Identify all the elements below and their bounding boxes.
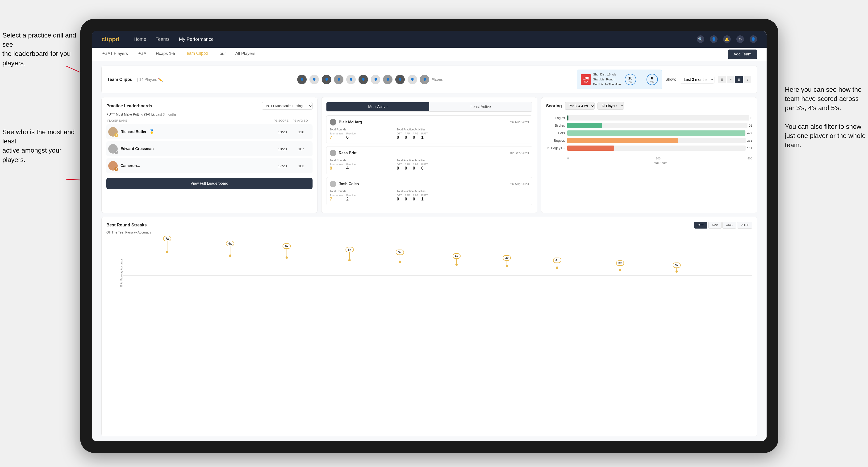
navbar-links: Home Teams My Performance	[134, 36, 697, 42]
ap-stats-2: Total Rounds Tournament 8 Practice 4	[330, 159, 529, 171]
bar-fill-eagles	[567, 115, 568, 121]
subnav-pgat[interactable]: PGAT Players	[101, 51, 128, 57]
bell-icon[interactable]: 🔔	[723, 35, 731, 43]
streak-btn-putt[interactable]: PUTT	[737, 222, 752, 228]
scoring-panel: Scoring Par 3, 4 & 5s All Players Eagles	[541, 97, 757, 213]
view-icon-list[interactable]: ≡	[727, 76, 734, 83]
navbar-icons: 🔍 👤 🔔 ⚙ 👤	[697, 35, 757, 43]
bar-label-doublebogeys: D. Bogeys +	[546, 146, 565, 150]
player-score-1: 19/20	[273, 130, 292, 134]
view-icons: ⊞ ≡ ▦ ↕	[718, 76, 751, 83]
leaderboard-column-headers: PLAYER NAME PB SCORE PB AVG SQ	[106, 119, 312, 122]
settings-icon[interactable]: ⚙	[736, 35, 744, 43]
player-filter-select[interactable]: All Players	[597, 102, 624, 110]
nav-teams[interactable]: Teams	[156, 36, 169, 42]
view-icon-grid[interactable]: ⊞	[718, 76, 726, 83]
bar-row-eagles: Eagles 3	[546, 115, 752, 121]
shot-circles: 16 yds — 0 yds	[625, 74, 658, 85]
bar-label-bogeys: Bogeys	[546, 139, 565, 143]
tab-least-active[interactable]: Least Active	[429, 102, 532, 111]
y-axis-label: % A, Fairway Accuracy	[120, 258, 123, 287]
shot-circle-start: 16 yds	[625, 74, 636, 85]
ap-stats-3: Total Rounds Tournament 7 Practice 2	[330, 190, 529, 201]
col-pb-avg: PB AVG SQ	[293, 119, 312, 122]
streak-btn-ott[interactable]: OTT	[694, 222, 707, 228]
streaks-filter-buttons: OTT APP ARG PUTT	[694, 222, 752, 228]
subnav-all-players[interactable]: All Players	[236, 51, 255, 57]
subnav-team-clippd[interactable]: Team Clippd	[184, 51, 208, 57]
tablet-frame: clippd Home Teams My Performance 🔍 👤 🔔 ⚙…	[80, 19, 778, 453]
add-team-button[interactable]: Add Team	[728, 50, 757, 59]
bar-value-eagles: 3	[750, 116, 752, 120]
player-avatar-2: 2	[108, 144, 118, 154]
tournament-sublabel: Tournament	[330, 132, 343, 135]
axis-400: 400	[747, 157, 752, 160]
player-avg-3: 103	[292, 164, 311, 168]
practice-leaderboards-panel: Practice Leaderboards PUTT Must Make Put…	[101, 97, 317, 213]
streak-btn-app[interactable]: APP	[708, 222, 721, 228]
avatar: 👤	[382, 74, 393, 85]
players-label: Players	[432, 77, 443, 81]
bar-row-doublebogeys: D. Bogeys + 131	[546, 146, 752, 151]
streak-pin-6x-1: 6x	[226, 241, 234, 257]
view-icon-sort[interactable]: ↕	[744, 76, 751, 83]
activity-tabs: Most Active Least Active	[326, 102, 532, 112]
player-name-2: Edward Crossman	[121, 147, 154, 151]
drill-select[interactable]: PUTT Must Make Putting...	[262, 102, 312, 110]
total-practice-sub: OTT0 APP0 ARG0 PUTT1	[397, 132, 529, 140]
nav-my-performance[interactable]: My Performance	[179, 36, 214, 42]
view-full-leaderboard-button[interactable]: View Full Leaderboard	[106, 178, 312, 189]
bar-value-doublebogeys: 131	[747, 147, 752, 150]
total-rounds-group-2: Total Rounds Tournament 8 Practice 4	[330, 159, 395, 171]
streak-pin-7x: 7x	[163, 236, 171, 253]
leaderboard-row: 3 Cameron... 17/20 103	[106, 158, 312, 173]
show-period-select[interactable]: Last 3 months	[680, 76, 714, 84]
activity-panel: Most Active Least Active Blair McHarg 26…	[321, 97, 537, 213]
streak-pin-4x-3: 4x	[553, 257, 561, 269]
person-icon[interactable]: 👤	[710, 35, 717, 43]
avatar: 👤	[420, 74, 430, 85]
leaderboard-row: 2 Edward Crossman 18/20 107	[106, 141, 312, 156]
avatar: 👤	[334, 74, 344, 85]
bar-row-birdies: Birdies 96	[546, 123, 752, 128]
scoring-header: Scoring Par 3, 4 & 5s All Players	[546, 102, 752, 110]
practice-sublabel: Practice	[346, 132, 356, 135]
shot-info: Shot Dist: 16 yds Start Lie: Rough End L…	[593, 72, 621, 87]
streaks-subtitle: Off The Tee, Fairway Accuracy	[106, 230, 752, 234]
tab-most-active[interactable]: Most Active	[327, 102, 429, 111]
streak-pin-3x-2: 3x	[673, 262, 681, 273]
nav-home[interactable]: Home	[134, 36, 146, 42]
ap-name-3: Josh Coles	[330, 181, 359, 187]
three-column-layout: Practice Leaderboards PUTT Must Make Put…	[101, 97, 757, 213]
bar-track-pars	[567, 130, 746, 135]
total-practice-group-3: Total Practice Activities OTT0 APP0 ARG0…	[397, 190, 529, 201]
rank-badge-gold: 1	[115, 133, 118, 137]
bar-value-bogeys: 311	[747, 139, 752, 143]
streak-btn-arg[interactable]: ARG	[722, 222, 736, 228]
par-filter-select[interactable]: Par 3, 4 & 5s	[565, 102, 595, 110]
streak-pin-4x-2: 4x	[503, 255, 511, 267]
leaderboard-title: Practice Leaderboards	[106, 103, 152, 108]
player-score-2: 18/20	[273, 147, 292, 151]
bar-label-pars: Pars	[546, 131, 565, 135]
annotation-bottom-left: See who is the most and leastactive amon…	[2, 127, 78, 164]
avatar: 👤	[358, 74, 368, 85]
player-name-1: Richard Butler	[121, 130, 147, 134]
subnav-pga[interactable]: PGA	[137, 51, 146, 57]
subnav-tour[interactable]: Tour	[217, 51, 226, 57]
view-icon-card[interactable]: ▦	[735, 76, 743, 83]
bar-row-bogeys: Bogeys 311	[546, 138, 752, 143]
search-icon[interactable]: 🔍	[697, 35, 704, 43]
avatar: 👤	[297, 74, 307, 85]
total-practice-group-2: Total Practice Activities OTT0 APP0 ARG0…	[397, 159, 529, 171]
bar-track-doublebogeys	[567, 146, 746, 151]
player-avg-1: 110	[292, 130, 311, 134]
chart-x-axis: 0 200 400	[567, 157, 752, 160]
bar-track-birdies	[567, 123, 747, 128]
shot-circle-end: 0 yds	[647, 74, 658, 85]
leaderboard-subtitle: PUTT Must Make Putting (3-6 ft), Last 3 …	[106, 113, 312, 116]
subnav-hcaps[interactable]: Hcaps 1-5	[156, 51, 175, 57]
account-icon[interactable]: 👤	[750, 35, 757, 43]
ap-stats-1: Total Rounds Tournament 7 Practice 6	[330, 128, 529, 140]
ap-avatar-1	[330, 119, 336, 125]
